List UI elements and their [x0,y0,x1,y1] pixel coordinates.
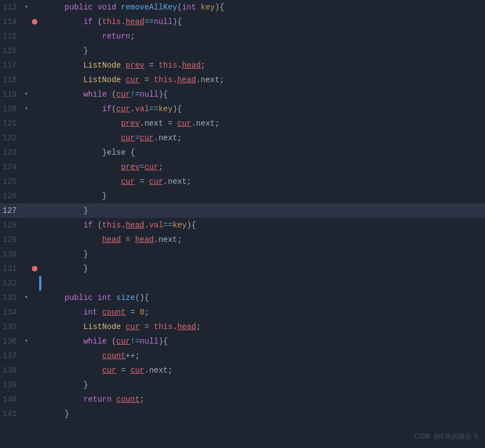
line-number: 117 [0,58,22,73]
table-row: 135 ListNode cur = this.head; [0,320,485,334]
code-line: ListNode cur = this.head; [41,320,485,334]
code-line: }else { [41,145,485,160]
watermark: CSDN @肖肖的猪会飞 [414,429,478,444]
fold-indicator[interactable] [22,145,30,160]
line-number: 113 [0,0,22,15]
table-row: 121 prev.next = cur.next; [0,116,485,131]
fold-indicator[interactable] [22,378,30,392]
code-line: while (cur!=null){ [41,87,485,102]
breakpoint-dot[interactable] [32,19,37,25]
table-row: 129 head = head.next; [0,232,485,247]
fold-indicator[interactable] [22,44,30,58]
table-row: 134 int count = 0; [0,305,485,320]
line-number: 119 [0,87,22,102]
line-number: 122 [0,131,22,145]
line-number: 116 [0,44,22,58]
code-line: return; [41,29,485,44]
code-line: cur = cur.next; [41,363,485,378]
table-row: 125 cur = cur.next; [0,174,485,189]
table-row: 124 prev=cur; [0,160,485,174]
fold-indicator[interactable]: ▾ [22,334,30,349]
line-number: 126 [0,189,22,203]
line-number: 123 [0,145,22,160]
fold-indicator[interactable] [22,174,30,189]
line-number: 133 [0,290,22,305]
code-line: public void removeAllKey(int key){ [41,0,485,15]
table-row: 132 [0,276,485,290]
code-line: int count = 0; [41,305,485,320]
code-line: count++; [41,349,485,363]
fold-indicator[interactable] [22,276,30,290]
fold-indicator[interactable] [22,131,30,145]
fold-indicator[interactable] [22,29,30,44]
fold-indicator[interactable] [22,407,30,421]
fold-indicator[interactable] [22,218,30,232]
code-line: } [41,247,485,261]
table-row: 133▾ public int size(){ [0,290,485,305]
line-number: 127 [0,203,22,218]
table-row: 138 cur = cur.next; [0,363,485,378]
table-row: 114 if (this.head==null){ [0,15,485,29]
code-line: public int size(){ [41,290,485,305]
line-number: 132 [0,276,22,290]
line-number: 118 [0,73,22,87]
table-row: 126 } [0,189,485,203]
table-row: 120▾ if(cur.val==key){ [0,102,485,116]
code-line [41,276,485,290]
line-number: 125 [0,174,22,189]
code-line: } [41,407,485,421]
line-number: 134 [0,305,22,320]
line-number: 124 [0,160,22,174]
line-number: 139 [0,378,22,392]
fold-indicator[interactable] [22,203,30,218]
line-number: 136 [0,334,22,349]
table-row: 115 return; [0,29,485,44]
fold-indicator[interactable]: ▾ [22,0,30,15]
breakpoint-dot[interactable] [32,266,37,271]
fold-indicator[interactable] [22,73,30,87]
fold-indicator[interactable]: ▾ [22,102,30,116]
table-row: 130 } [0,247,485,261]
code-line: } [41,378,485,392]
line-number: 128 [0,218,22,232]
table-row: 116 } [0,44,485,58]
fold-indicator[interactable] [22,247,30,261]
line-number: 135 [0,320,22,334]
fold-indicator[interactable] [22,349,30,363]
line-number: 138 [0,363,22,378]
code-line: head = head.next; [41,232,485,247]
table-row: 128 if (this.head.val==key){ [0,218,485,232]
fold-indicator[interactable] [22,189,30,203]
fold-indicator[interactable] [22,363,30,378]
code-line: if(cur.val==key){ [41,102,485,116]
code-line: } [41,189,485,203]
code-line: } [41,261,485,276]
table-row: 137 count++; [0,349,485,363]
line-number: 140 [0,392,22,407]
table-row: 127 } [0,203,485,218]
fold-indicator[interactable] [22,15,30,29]
fold-indicator[interactable] [22,160,30,174]
code-line: } [41,44,485,58]
table-row: 140 return count; [0,392,485,407]
fold-indicator[interactable] [22,58,30,73]
line-number: 130 [0,247,22,261]
fold-indicator[interactable] [22,320,30,334]
code-line: if (this.head==null){ [41,15,485,29]
fold-indicator[interactable]: ▾ [22,290,30,305]
fold-indicator[interactable] [22,392,30,407]
fold-indicator[interactable] [22,116,30,131]
fold-indicator[interactable]: ▾ [22,87,30,102]
code-line: return count; [41,392,485,407]
line-number: 129 [0,232,22,247]
table-row: 122 cur=cur.next; [0,131,485,145]
fold-indicator[interactable] [22,232,30,247]
line-number: 114 [0,15,22,29]
fold-indicator[interactable] [22,305,30,320]
code-line: cur = cur.next; [41,174,485,189]
table-row: 119▾ while (cur!=null){ [0,87,485,102]
fold-indicator[interactable] [22,261,30,276]
table-row: 131 } [0,261,485,276]
code-line: prev.next = cur.next; [41,116,485,131]
code-editor: 113▾ public void removeAllKey(int key){1… [0,0,485,448]
